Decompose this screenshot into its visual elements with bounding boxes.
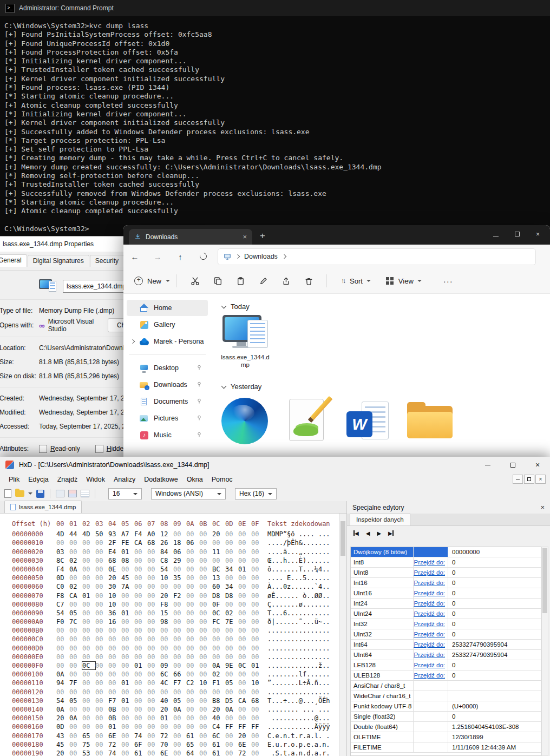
- hex-byte[interactable]: 00: [147, 679, 160, 687]
- maximize-icon[interactable]: [500, 457, 525, 473]
- hex-byte[interactable]: 00: [147, 645, 160, 652]
- inspector-row[interactable]: UInt24 Przejdź do: 0: [351, 609, 541, 619]
- menu-item[interactable]: Edycja: [24, 476, 53, 483]
- hex-byte[interactable]: 72: [160, 732, 173, 740]
- hex-byte[interactable]: 2F: [108, 539, 121, 547]
- notepad-plus-plus-icon[interactable]: [283, 397, 330, 445]
- hex-byte[interactable]: 70: [160, 741, 173, 748]
- hex-byte[interactable]: 00: [199, 741, 212, 748]
- hex-byte[interactable]: 10: [108, 601, 121, 608]
- inspector-row[interactable]: Int64 Przejdź do: 2533274790395904: [351, 640, 541, 650]
- hex-byte[interactable]: 00: [160, 627, 173, 634]
- hex-byte[interactable]: 00: [121, 732, 134, 740]
- hex-byte[interactable]: 00: [251, 557, 264, 564]
- hex-byte[interactable]: 02: [212, 670, 225, 678]
- hex-byte[interactable]: 00: [147, 583, 160, 590]
- hex-byte[interactable]: 00: [147, 609, 160, 617]
- hex-byte[interactable]: 00: [134, 670, 147, 678]
- hex-byte[interactable]: 00: [82, 706, 95, 713]
- hex-byte[interactable]: 00: [95, 670, 108, 678]
- hex-byte[interactable]: 00: [121, 601, 134, 608]
- hex-row[interactable]: 000000E0 0000000000000000000000000000000…: [12, 653, 339, 662]
- hex-byte[interactable]: 00: [173, 627, 186, 634]
- hex-byte[interactable]: 00: [199, 539, 212, 547]
- close-icon[interactable]: ×: [525, 457, 550, 473]
- hex-byte[interactable]: 00: [199, 627, 212, 634]
- hex-byte[interactable]: 00: [69, 548, 82, 556]
- hex-byte[interactable]: 00: [251, 574, 264, 582]
- hex-byte[interactable]: 00: [69, 732, 82, 740]
- hex-row[interactable]: 00000110 947F0000000100004CF7C210F105001…: [12, 679, 339, 688]
- inspector-row[interactable]: Int8 Przejdź do: 0: [351, 557, 541, 568]
- inspector-value[interactable]: 0: [448, 559, 541, 566]
- inspector-row[interactable]: Double (float64) 1.2516040454103E-308: [351, 722, 541, 732]
- hex-byte[interactable]: 00: [251, 601, 264, 608]
- hex-byte[interactable]: 00: [251, 741, 264, 748]
- hex-byte[interactable]: 64: [186, 750, 199, 756]
- hex-byte[interactable]: 00: [147, 627, 160, 634]
- hex-byte[interactable]: 7E: [225, 618, 238, 626]
- minimize-icon[interactable]: [475, 457, 500, 473]
- hex-byte[interactable]: 00: [251, 750, 264, 756]
- address-bar[interactable]: Downloads: [218, 248, 536, 265]
- hex-byte[interactable]: 00: [56, 539, 69, 547]
- command-prompt-titlebar[interactable]: Administrator: Command Prompt: [0, 0, 550, 16]
- hex-byte[interactable]: 00: [199, 583, 212, 590]
- hex-byte[interactable]: F7: [173, 679, 186, 687]
- hex-byte[interactable]: 00: [186, 583, 199, 590]
- hex-byte[interactable]: 00: [160, 583, 173, 590]
- hex-byte[interactable]: 10: [160, 574, 173, 582]
- hex-byte[interactable]: 00: [69, 750, 82, 756]
- data-inspector-tab[interactable]: Inspektor danych: [350, 513, 410, 525]
- hex-byte[interactable]: 00: [95, 557, 108, 564]
- goto-link[interactable]: Przejdź do:: [414, 609, 448, 619]
- hex-byte[interactable]: 00: [134, 574, 147, 582]
- hex-byte[interactable]: 10: [199, 679, 212, 687]
- hex-byte[interactable]: 00: [147, 574, 160, 582]
- hex-byte[interactable]: 00: [225, 670, 238, 678]
- inspector-row[interactable]: AnsiChar / char8_t: [351, 681, 541, 691]
- hex-byte[interactable]: 00: [173, 653, 186, 661]
- hex-byte[interactable]: 00: [238, 679, 251, 687]
- hex-row[interactable]: 000000F0 00000C0000000100090000000A9E0C0…: [12, 662, 339, 670]
- mdi-minimize-icon[interactable]: [513, 475, 523, 484]
- new-button[interactable]: New: [134, 277, 170, 285]
- hex-byte[interactable]: 00: [134, 679, 147, 687]
- hex-byte[interactable]: 4D: [82, 530, 95, 538]
- word-document-icon[interactable]: [344, 397, 392, 445]
- hex-byte[interactable]: 00: [212, 653, 225, 661]
- hex-byte[interactable]: 0D: [56, 574, 69, 582]
- goto-link[interactable]: Przejdź do:: [414, 670, 448, 680]
- save-icon[interactable]: [36, 490, 44, 498]
- hex-byte[interactable]: 00: [238, 548, 251, 556]
- hex-byte[interactable]: 00: [225, 574, 238, 582]
- hex-byte[interactable]: 00: [121, 592, 134, 600]
- close-icon[interactable]: ×: [528, 231, 548, 238]
- hex-byte[interactable]: 00: [199, 714, 212, 722]
- inspector-value[interactable]: 0: [448, 610, 541, 617]
- hex-byte[interactable]: 00: [212, 557, 225, 564]
- view-button[interactable]: View: [386, 277, 422, 285]
- menu-item[interactable]: Analizy: [109, 476, 140, 483]
- hex-byte[interactable]: C7: [56, 601, 69, 608]
- hex-byte[interactable]: F4: [134, 530, 147, 538]
- hex-byte[interactable]: 00: [95, 566, 108, 573]
- sidebar-item[interactable]: Downloads: [127, 377, 208, 393]
- hex-byte[interactable]: 00: [147, 670, 160, 678]
- hex-byte[interactable]: 00: [251, 618, 264, 626]
- hex-byte[interactable]: F4: [56, 566, 69, 573]
- inspector-value[interactable]: 0: [448, 569, 541, 576]
- hex-byte[interactable]: 00: [56, 645, 69, 652]
- mdi-restore-icon[interactable]: [524, 475, 534, 484]
- hex-byte[interactable]: 00: [134, 697, 147, 705]
- hex-byte[interactable]: 00: [225, 688, 238, 696]
- hex-byte[interactable]: 00: [199, 732, 212, 740]
- hex-byte[interactable]: 00: [199, 618, 212, 626]
- hex-byte[interactable]: 00: [173, 741, 186, 748]
- hex-view[interactable]: Offset (h) 000102030405060708090A0B0C0D0…: [0, 514, 339, 756]
- goto-link[interactable]: Przejdź do:: [414, 640, 448, 649]
- hex-byte[interactable]: 01: [108, 723, 121, 731]
- hex-byte[interactable]: 53: [82, 750, 95, 756]
- hex-byte[interactable]: 65: [186, 741, 199, 748]
- inspector-value[interactable]: 0: [448, 600, 541, 607]
